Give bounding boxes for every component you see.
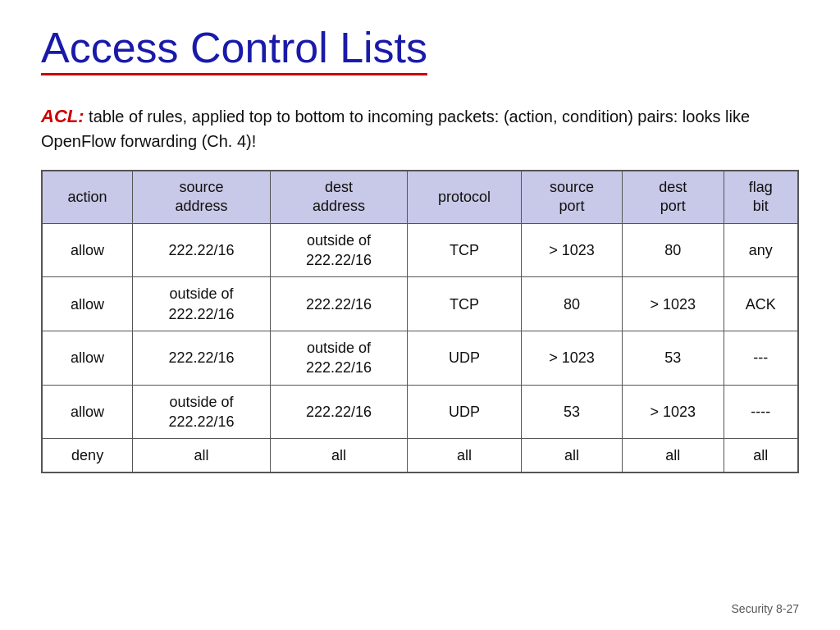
cell-3-3: UDP	[408, 385, 522, 439]
cell-0-4: > 1023	[521, 223, 622, 277]
table-header: action sourceaddress destaddress protoco…	[42, 171, 798, 223]
cell-2-1: 222.22/16	[133, 331, 270, 386]
table-body: allow222.22/16outside of222.22/16TCP> 10…	[42, 223, 798, 472]
acl-table: action sourceaddress destaddress protoco…	[41, 170, 799, 473]
cell-1-0: allow	[42, 277, 133, 331]
cell-1-1: outside of222.22/16	[133, 277, 270, 331]
cell-4-5: all	[623, 439, 724, 472]
cell-3-4: 53	[521, 385, 622, 439]
description-body: table of rules, applied top to bottom to…	[41, 107, 750, 150]
cell-1-5: > 1023	[623, 277, 724, 331]
cell-4-3: all	[408, 439, 522, 472]
cell-2-3: UDP	[408, 331, 522, 386]
cell-2-4: > 1023	[521, 331, 622, 386]
cell-2-5: 53	[623, 331, 724, 386]
cell-0-0: allow	[42, 223, 133, 277]
footer-text: Security 8-27	[732, 602, 799, 615]
col-header-source-port: sourceport	[521, 171, 622, 223]
cell-1-4: 80	[521, 277, 622, 331]
acl-label: ACL:	[41, 106, 84, 126]
cell-2-0: allow	[42, 331, 133, 386]
col-header-action: action	[42, 171, 133, 223]
description-text: ACL: table of rules, applied top to bott…	[41, 103, 799, 153]
cell-2-2: outside of222.22/16	[270, 331, 407, 386]
cell-4-1: all	[133, 439, 270, 472]
title-section: Access Control Lists	[41, 25, 799, 89]
cell-4-4: all	[521, 439, 622, 472]
cell-4-2: all	[270, 439, 407, 472]
cell-3-6: ----	[724, 385, 798, 439]
cell-0-1: 222.22/16	[133, 223, 270, 277]
col-header-source-address: sourceaddress	[133, 171, 270, 223]
cell-0-2: outside of222.22/16	[270, 223, 407, 277]
cell-1-3: TCP	[408, 277, 522, 331]
col-header-flag-bit: flagbit	[724, 171, 798, 223]
cell-3-5: > 1023	[623, 385, 724, 439]
cell-0-6: any	[724, 223, 798, 277]
cell-0-5: 80	[623, 223, 724, 277]
cell-3-2: 222.22/16	[270, 385, 407, 439]
col-header-dest-address: destaddress	[270, 171, 407, 223]
table-container: action sourceaddress destaddress protoco…	[41, 170, 799, 473]
cell-4-0: deny	[42, 439, 133, 472]
header-row: action sourceaddress destaddress protoco…	[42, 171, 798, 223]
cell-2-6: ---	[724, 331, 798, 386]
page-title: Access Control Lists	[41, 25, 427, 75]
cell-1-6: ACK	[724, 277, 798, 331]
cell-0-3: TCP	[408, 223, 522, 277]
cell-4-6: all	[724, 439, 798, 472]
cell-1-2: 222.22/16	[270, 277, 407, 331]
col-header-protocol: protocol	[408, 171, 522, 223]
col-header-dest-port: destport	[623, 171, 724, 223]
cell-3-0: allow	[42, 385, 133, 439]
cell-3-1: outside of222.22/16	[133, 385, 270, 439]
page-container: Access Control Lists ACL: table of rules…	[0, 0, 840, 630]
